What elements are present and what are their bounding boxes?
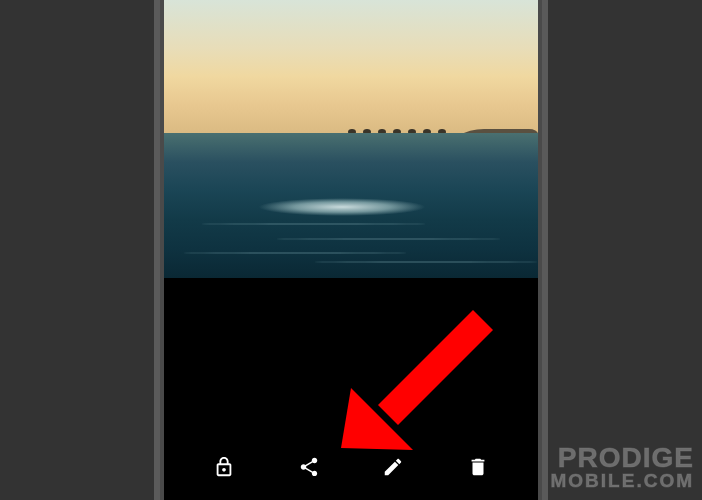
phone-screen bbox=[164, 0, 538, 500]
share-icon bbox=[298, 456, 320, 482]
watermark: PRODIGE MOBILE.COM bbox=[551, 445, 695, 490]
bottom-toolbar bbox=[164, 444, 538, 500]
watermark-line2: MOBILE.COM bbox=[551, 472, 695, 490]
phone-frame bbox=[154, 0, 548, 500]
share-button[interactable] bbox=[285, 445, 333, 493]
delete-button[interactable] bbox=[454, 445, 502, 493]
delete-icon bbox=[467, 456, 489, 482]
edit-icon bbox=[382, 456, 404, 482]
watermark-line1: PRODIGE bbox=[551, 445, 695, 472]
edit-button[interactable] bbox=[369, 445, 417, 493]
lock-button[interactable] bbox=[200, 445, 248, 493]
photo-water bbox=[164, 133, 538, 278]
spacer bbox=[164, 278, 538, 444]
photo-sky bbox=[164, 0, 538, 139]
photo-viewer[interactable] bbox=[164, 0, 538, 278]
lock-icon bbox=[213, 456, 235, 482]
